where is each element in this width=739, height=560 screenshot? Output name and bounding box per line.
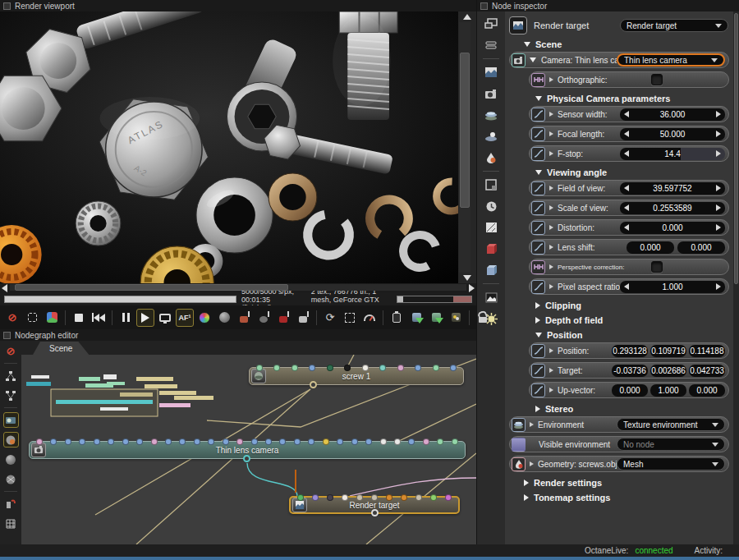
- section-position[interactable]: Position: [535, 328, 730, 342]
- material-node-icon[interactable]: [482, 149, 500, 166]
- collapse-icon[interactable]: [530, 57, 536, 62]
- color-balance-icon[interactable]: [195, 309, 213, 327]
- copy-image-icon[interactable]: [388, 309, 406, 327]
- pick-red-marker-icon[interactable]: [274, 309, 292, 327]
- collapse-nodes-icon[interactable]: [3, 388, 19, 403]
- animation-node-icon[interactable]: [482, 198, 500, 214]
- rgb-channels-icon[interactable]: [43, 309, 61, 327]
- target-x-field[interactable]: -0.03736: [612, 365, 648, 377]
- clay-mode-icon[interactable]: [215, 309, 233, 327]
- export-render-icon[interactable]: [427, 309, 445, 327]
- sphere-preview-icon[interactable]: [3, 452, 19, 467]
- node-output-pin[interactable]: [371, 509, 379, 516]
- expand-icon[interactable]: [549, 77, 553, 82]
- curve-icon[interactable]: [531, 241, 545, 255]
- expand-icon[interactable]: [549, 284, 553, 289]
- curve-icon[interactable]: [531, 364, 545, 378]
- expand-icon[interactable]: [549, 388, 553, 392]
- curve-icon[interactable]: [531, 221, 545, 235]
- scale-of-view-slider[interactable]: 0.2553589: [620, 202, 725, 214]
- mesh-node-icon[interactable]: [482, 262, 500, 278]
- geometry-dropdown[interactable]: Mesh: [617, 457, 725, 470]
- section-render-settings[interactable]: Render settings: [524, 475, 730, 490]
- environment-node-icon[interactable]: [482, 107, 500, 123]
- fullscreen-monitor-icon[interactable]: [156, 309, 174, 327]
- scroll-up-icon[interactable]: [463, 14, 471, 20]
- link-node-icon[interactable]: [531, 260, 545, 274]
- nodegraph-canvas[interactable]: screw 1 Thin lens camera Rende: [21, 355, 476, 544]
- render-target-node-icon[interactable]: [482, 64, 500, 80]
- orthographic-checkbox[interactable]: [651, 74, 663, 85]
- fit-resolution-icon[interactable]: [23, 309, 41, 327]
- pick-white-point-icon[interactable]: [294, 309, 312, 327]
- expand-icon[interactable]: [549, 205, 553, 210]
- section-stereo[interactable]: Stereo: [535, 402, 730, 416]
- curve-icon[interactable]: [531, 147, 545, 161]
- section-scene[interactable]: Scene: [524, 37, 730, 52]
- expand-icon[interactable]: [549, 348, 553, 353]
- field-of-view-slider[interactable]: 39.597752: [620, 182, 725, 195]
- lens-shift-y-field[interactable]: 0.000: [677, 241, 725, 254]
- zoom-tool-icon[interactable]: ⟳: [321, 309, 339, 327]
- curve-icon[interactable]: [531, 280, 545, 294]
- curve-icon[interactable]: [531, 127, 545, 141]
- stop-render-icon[interactable]: [70, 309, 88, 327]
- panes-icon[interactable]: [482, 16, 500, 32]
- expand-icon[interactable]: [530, 422, 534, 427]
- section-clipping[interactable]: Clipping: [535, 298, 730, 313]
- section-physical-camera[interactable]: Physical Camera parameters: [535, 91, 730, 106]
- sensor-width-slider[interactable]: 36.000: [620, 108, 725, 121]
- region-render-icon[interactable]: [341, 309, 359, 327]
- environment-dropdown[interactable]: Texture environment: [617, 418, 725, 431]
- texture-node-icon[interactable]: [482, 289, 500, 305]
- scroll-down-icon[interactable]: [463, 275, 471, 281]
- section-viewing-angle[interactable]: Viewing angle: [535, 165, 730, 180]
- start-render-icon[interactable]: [136, 309, 154, 327]
- pixel-aspect-ratio-slider[interactable]: 1.000: [620, 281, 725, 293]
- scroll-right-icon[interactable]: [469, 284, 475, 292]
- expand-icon[interactable]: [530, 461, 534, 466]
- position-x-field[interactable]: 0.293128: [612, 345, 648, 357]
- material-preview-icon[interactable]: [3, 412, 19, 428]
- camera-node-icon[interactable]: [482, 85, 500, 102]
- node-output-pin[interactable]: [243, 455, 250, 462]
- autofocus-icon[interactable]: AF¹: [176, 309, 194, 327]
- node-output-pin[interactable]: [310, 381, 317, 388]
- textured-sphere-preview-icon[interactable]: [3, 471, 19, 487]
- pause-render-icon[interactable]: [117, 309, 135, 327]
- node-screw-1[interactable]: screw 1: [249, 367, 464, 385]
- section-tonemap-settings[interactable]: Tonemap settings: [524, 490, 730, 505]
- layers-icon[interactable]: [482, 37, 500, 53]
- expand-icon[interactable]: [549, 131, 553, 136]
- pick-material-icon[interactable]: [235, 309, 253, 327]
- position-z-field[interactable]: 0.114188: [689, 345, 725, 357]
- link-node-icon[interactable]: [531, 73, 545, 87]
- expand-icon[interactable]: [549, 264, 553, 269]
- curve-icon[interactable]: [531, 383, 545, 397]
- viewport-horizontal-scrollbar[interactable]: [0, 283, 476, 293]
- lens-shift-x-field[interactable]: 0.000: [627, 241, 674, 254]
- curve-icon[interactable]: [531, 181, 545, 195]
- node-render-target[interactable]: Render target: [289, 496, 460, 514]
- tab-scene[interactable]: Scene: [33, 342, 89, 355]
- expand-icon[interactable]: [549, 245, 553, 250]
- expand-icon[interactable]: [549, 151, 553, 156]
- curve-icon[interactable]: [531, 108, 545, 122]
- film-settings-node-icon[interactable]: [482, 177, 500, 193]
- save-image-icon[interactable]: [407, 309, 425, 327]
- expand-nodes-icon[interactable]: [3, 368, 19, 383]
- daylight-node-icon[interactable]: [482, 128, 500, 145]
- position-y-field[interactable]: 0.109719: [650, 345, 686, 357]
- focal-length-slider[interactable]: 50.000: [620, 128, 725, 140]
- inspector-scrollbar[interactable]: [733, 11, 739, 544]
- curve-icon[interactable]: [531, 344, 545, 358]
- abort-render-icon[interactable]: ⊘: [3, 309, 21, 327]
- expand-icon[interactable]: [549, 225, 553, 230]
- save-render-state-icon[interactable]: [447, 309, 465, 327]
- fstop-slider[interactable]: 14.4: [620, 148, 725, 160]
- up-vector-z-field[interactable]: 0.000: [689, 384, 725, 397]
- camera-type-dropdown[interactable]: Thin lens camera: [617, 53, 725, 67]
- abort-node-icon[interactable]: ⊘: [3, 343, 19, 359]
- snap-grid-icon[interactable]: [3, 516, 19, 531]
- scroll-left-icon[interactable]: [2, 284, 7, 292]
